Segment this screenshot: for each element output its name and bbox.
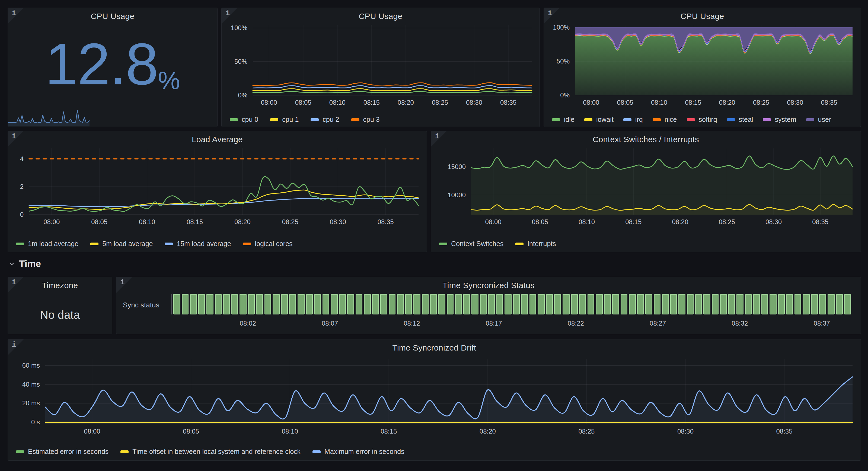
panel-title[interactable]: CPU Usage: [544, 12, 861, 21]
legend-item[interactable]: logical cores: [243, 240, 293, 248]
legend-item[interactable]: user: [806, 116, 831, 123]
legend-item[interactable]: cpu 0: [230, 116, 258, 123]
x-axis-label: 08:30: [455, 98, 493, 107]
y-axis-label: 0%: [549, 91, 569, 99]
status-bar: [670, 294, 677, 315]
legend-item[interactable]: Interrupts: [516, 240, 556, 248]
legend-item[interactable]: cpu 1: [270, 116, 299, 123]
x-axis-label: 08:05: [521, 218, 559, 226]
legend-item[interactable]: Estimated error in seconds: [16, 448, 108, 455]
y-axis-label: 0%: [227, 91, 247, 99]
legend: Estimated error in secondsTime offset in…: [16, 448, 404, 455]
legend-item[interactable]: 15m load average: [165, 240, 231, 248]
status-bar: [413, 294, 421, 315]
legend-item[interactable]: cpu 3: [351, 116, 380, 123]
legend-label: Estimated error in seconds: [28, 448, 108, 455]
status-bar: [504, 294, 512, 315]
status-bar: [712, 294, 719, 315]
legend-item[interactable]: softirq: [687, 116, 717, 123]
no-data-message: No data: [8, 296, 112, 334]
y-axis-label: 100%: [227, 24, 247, 32]
legend-label: Maximum error in seconds: [324, 448, 404, 455]
legend-item[interactable]: 1m load average: [16, 240, 79, 248]
x-axis-label: 08:02: [229, 319, 267, 327]
legend-swatch: [727, 118, 735, 121]
y-axis-label: 0: [13, 210, 24, 219]
status-bar: [265, 294, 272, 315]
legend-swatch: [584, 118, 592, 121]
status-bar: [447, 294, 454, 315]
legend-item[interactable]: idle: [552, 116, 575, 123]
status-bar: [703, 294, 710, 315]
stat-value: 12.8: [45, 34, 158, 94]
legend-swatch: [165, 242, 173, 245]
status-bar: [438, 294, 445, 315]
panel-title[interactable]: Time Syncronized Drift: [8, 343, 861, 352]
legend-swatch: [623, 118, 631, 121]
status-bar: [844, 294, 851, 315]
x-axis-label: 08:05: [80, 218, 118, 226]
status-bar: [496, 294, 503, 315]
legend-item[interactable]: irq: [623, 116, 643, 123]
legend-swatch: [763, 118, 771, 121]
x-axis-label: 08:25: [708, 218, 746, 226]
x-axis-label: 08:10: [568, 218, 606, 226]
panel-time-sync-drift: i Time Syncronized Drift 0 s20 ms40 ms60…: [8, 339, 861, 461]
x-axis-label: 08:05: [606, 98, 644, 107]
status-bar: [339, 294, 346, 315]
row-header-time[interactable]: Time: [8, 257, 41, 270]
time-series-plot[interactable]: 0%50%100%08:0008:0508:1008:1508:2008:250…: [549, 25, 852, 108]
x-axis-label: 08:00: [250, 98, 288, 107]
status-bar: [430, 294, 437, 315]
status-timeline-bars: [173, 294, 851, 315]
time-series-plot[interactable]: 02408:0008:0508:1008:1508:2008:2508:3008…: [13, 148, 418, 227]
status-bar: [471, 294, 478, 315]
status-bar: [745, 294, 752, 315]
legend-item[interactable]: Maximum error in seconds: [312, 448, 404, 455]
grafana-dashboard: { "section_header": { "label": "Time" },…: [0, 0, 868, 471]
panel-title[interactable]: Timezone: [8, 281, 112, 290]
legend-item[interactable]: steal: [727, 116, 753, 123]
panel-title[interactable]: Time Syncronized Status: [116, 281, 861, 290]
status-bar: [654, 294, 661, 315]
legend-item[interactable]: 5m load average: [90, 240, 153, 248]
legend-swatch: [653, 118, 661, 121]
legend-item[interactable]: cpu 2: [311, 116, 339, 123]
status-bar: [347, 294, 354, 315]
x-axis-label: 08:35: [489, 98, 527, 107]
status-bar: [289, 294, 296, 315]
y-axis-label: 4: [13, 155, 24, 163]
status-bar: [331, 294, 338, 315]
legend-label: 15m load average: [177, 240, 231, 248]
time-series-plot[interactable]: 0%50%100%08:0008:0508:1008:1508:2008:250…: [227, 25, 532, 108]
status-bar: [231, 294, 239, 315]
status-bar: [770, 294, 777, 315]
legend-item[interactable]: system: [763, 116, 796, 123]
legend-swatch: [16, 450, 24, 453]
panel-title[interactable]: Context Switches / Interrupts: [431, 135, 861, 144]
panel-title[interactable]: Load Average: [8, 135, 427, 144]
legend-swatch: [312, 450, 321, 453]
x-axis-label: 08:20: [223, 218, 261, 226]
status-bar: [173, 294, 180, 315]
x-axis-label: 08:30: [319, 218, 357, 226]
legend-item[interactable]: Context Switches: [439, 240, 503, 248]
panel-title[interactable]: CPU Usage: [222, 12, 539, 21]
status-bar: [803, 294, 810, 315]
status-bar: [298, 294, 305, 315]
legend-swatch: [806, 118, 814, 121]
legend-item[interactable]: Time offset in between local system and …: [120, 448, 301, 455]
legend-item[interactable]: nice: [653, 116, 677, 123]
legend-item[interactable]: iowait: [584, 116, 614, 123]
time-series-plot[interactable]: 100001500008:0008:0508:1008:1508:2008:25…: [436, 148, 852, 227]
x-axis-label: 08:10: [640, 98, 678, 107]
status-bar: [612, 294, 619, 315]
state-timeline-plot[interactable]: Sync status 08:0208:0708:1208:1708:2208:…: [123, 292, 852, 332]
x-axis-label: 08:00: [33, 218, 70, 226]
chevron-down-icon: [8, 260, 16, 267]
time-series-plot[interactable]: 0 s20 ms40 ms60 ms08:0008:0508:1008:1508…: [13, 359, 852, 437]
legend-label: steal: [739, 116, 753, 123]
panel-title[interactable]: CPU Usage: [8, 12, 217, 21]
x-axis-label: 08:20: [708, 98, 746, 107]
x-axis-label: 08:35: [367, 218, 405, 226]
